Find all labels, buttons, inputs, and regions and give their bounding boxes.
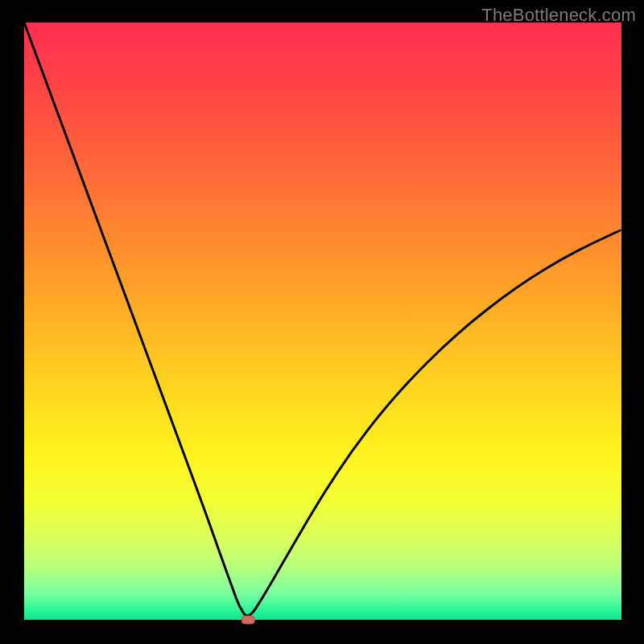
optimal-point-marker	[242, 616, 254, 624]
bottleneck-chart	[0, 0, 644, 644]
chart-container: TheBottleneck.com	[0, 0, 644, 644]
plot-area-gradient	[24, 23, 621, 620]
